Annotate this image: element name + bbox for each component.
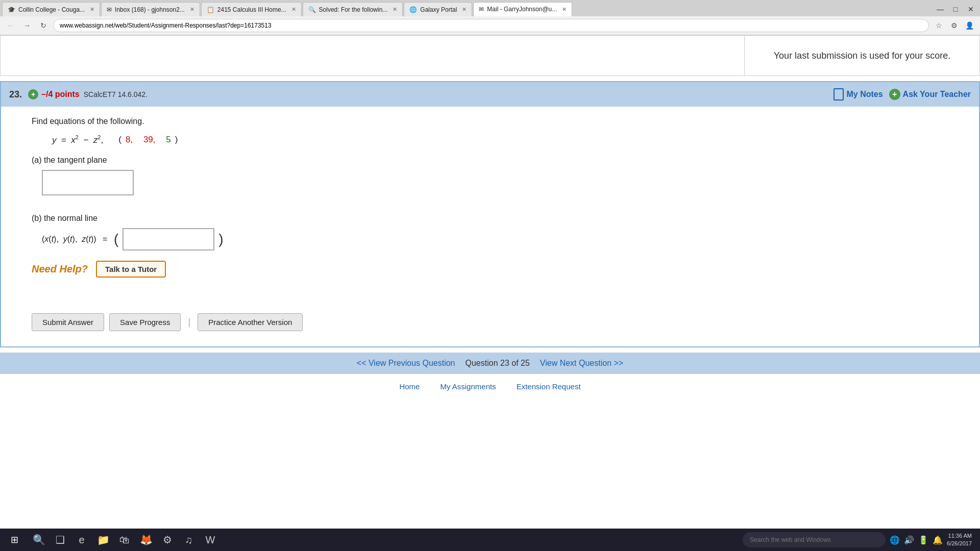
tangent-plane-input[interactable] [42,170,134,195]
part-a-label: (a) the tangent plane [32,156,948,165]
browser-chrome: 🎓 Collin College - Couga... ✕ ✉ Inbox (1… [0,0,980,35]
tab-label-inbox: Inbox (168) - gjohnson2... [115,6,185,13]
normal-line-row: (x(t), y(t), z(t)) = ( ) [42,228,948,251]
address-input[interactable] [53,19,929,32]
tab-label-collin: Collin College - Couga... [18,6,85,13]
tab-label-galaxy: Galaxy Portal [420,6,457,13]
tab-favicon-solved: 🔍 [308,6,316,13]
taskbar-music-icon[interactable]: ♫ [179,530,199,550]
question-intro-text: Find equations of the following. [32,117,948,126]
address-bar-row: ← → ↻ ☆ ⚙ 👤 [0,16,980,35]
score-banner-right: Your last submission is used for your sc… [745,36,979,76]
taskbar-search-icon[interactable]: 🔍 [29,530,49,550]
close-button[interactable]: ✕ [964,2,978,16]
taskbar-task-view[interactable]: ❑ [50,530,70,550]
taskbar-right: 🌐 🔊 🔋 🔔 11:36 AM 6/26/2017 [743,532,976,548]
source-label: SCalcET7 14.6.042. [84,90,148,98]
tab-galaxy[interactable]: 🌐 Galaxy Portal ✕ [404,2,472,16]
maximize-button[interactable]: □ [948,2,963,16]
talk-tutor-button[interactable]: Talk to a Tutor [96,261,166,278]
tab-solved[interactable]: 🔍 Solved: For the followin... ✕ [303,2,403,16]
header-actions: My Notes + Ask Your Teacher [834,88,971,101]
ask-teacher-button[interactable]: + Ask Your Teacher [889,89,971,100]
add-points-icon[interactable]: + [28,89,38,99]
notification-icon[interactable]: 🔔 [933,535,943,545]
extensions-button[interactable]: ⚙ [947,19,961,32]
tab-close-mail[interactable]: ✕ [562,6,567,13]
tab-collin[interactable]: 🎓 Collin College - Couga... ✕ [2,2,100,16]
taskbar-word-icon[interactable]: W [200,530,220,550]
clock-date: 6/26/2017 [947,540,972,547]
equation-y: y [52,135,57,145]
navigation-bar: << View Previous Question Question 23 of… [0,353,980,374]
my-notes-button[interactable]: My Notes [834,88,883,101]
tab-mail[interactable]: ✉ Mail - GarryJohnson@u... ✕ [473,2,572,16]
score-text: Your last submission is used for your sc… [774,51,951,61]
my-notes-label: My Notes [846,90,883,99]
tab-close-galaxy[interactable]: ✕ [462,6,467,13]
score-banner: Your last submission is used for your sc… [0,35,980,76]
back-button[interactable]: ← [4,19,17,32]
taskbar-icons: 🔍 ❑ e 📁 🛍 🦊 ⚙ ♫ W [29,530,220,550]
normal-line-input[interactable] [122,228,214,251]
tab-favicon-collin: 🎓 [8,6,15,13]
home-link[interactable]: Home [399,382,420,391]
taskbar-firefox-icon[interactable]: 🦊 [136,530,156,550]
equation-z2: z [93,135,98,145]
tab-close-solved[interactable]: ✕ [393,6,397,13]
need-help-text: Need Help? [32,263,88,275]
taskbar-edge-icon[interactable]: e [71,530,92,550]
point-z: 5 [166,135,170,145]
user-button[interactable]: 👤 [963,19,976,32]
save-progress-button[interactable]: Save Progress [109,313,181,331]
battery-icon: 🔋 [918,535,928,545]
taskbar-folder-icon[interactable]: 📁 [93,530,113,550]
tab-bar: 🎓 Collin College - Couga... ✕ ✉ Inbox (1… [0,0,980,16]
action-buttons-row: Submit Answer Save Progress | Practice A… [1,303,979,346]
tab-favicon-mail: ✉ [479,6,484,13]
refresh-button[interactable]: ↻ [37,19,50,32]
bookmark-button[interactable]: ☆ [932,19,945,32]
tab-calculus[interactable]: 📋 2415 Calculus III Home... ✕ [201,2,302,16]
submit-answer-button[interactable]: Submit Answer [32,313,104,331]
my-assignments-link[interactable]: My Assignments [440,382,496,391]
forward-button[interactable]: → [20,19,34,32]
point-close-paren: ) [175,135,178,145]
start-button[interactable]: ⊞ [4,530,24,550]
tab-label-mail: Mail - GarryJohnson@u... [487,6,557,13]
minimize-button[interactable]: — [933,2,947,16]
plus-circle-icon: + [889,89,900,100]
close-paren: ) [218,231,223,247]
points-label: –/4 points [41,90,80,99]
equation-text: y = x2 − z2, [52,134,103,145]
tab-favicon-galaxy: 🌐 [409,6,417,13]
taskbar-search-input[interactable] [743,532,886,547]
tab-label-calculus: 2415 Calculus III Home... [217,6,286,13]
footer-links: Home My Assignments Extension Request [0,374,980,399]
point-open-paren: ( [118,135,121,145]
question-header: 23. + –/4 points SCalcET7 14.6.042. My N… [1,82,979,107]
next-question-link[interactable]: View Next Question >> [540,359,623,368]
tab-close-calculus[interactable]: ✕ [291,6,296,13]
need-help-row: Need Help? Talk to a Tutor [32,261,948,278]
point-y: 39, [143,135,156,145]
taskbar-chrome-icon[interactable]: ⚙ [157,530,178,550]
practice-another-button[interactable]: Practice Another Version [198,313,303,331]
equation-x2: x [71,135,76,145]
taskbar-store-icon[interactable]: 🛍 [114,530,135,550]
prev-question-link[interactable]: << View Previous Question [357,359,455,368]
tab-inbox[interactable]: ✉ Inbox (168) - gjohnson2... ✕ [101,2,200,16]
button-separator: | [188,317,190,328]
tab-close-inbox[interactable]: ✕ [190,6,194,13]
clock-time: 11:36 AM [948,532,972,540]
taskbar: ⊞ 🔍 ❑ e 📁 🛍 🦊 ⚙ ♫ W 🌐 🔊 🔋 🔔 11:36 AM 6/2… [0,529,980,551]
math-equation-line: y = x2 − z2, ( 8, 39, 5 ) [52,134,948,145]
tab-favicon-inbox: ✉ [107,6,112,13]
ask-teacher-label: Ask Your Teacher [903,90,971,99]
browser-actions: ☆ ⚙ 👤 [932,19,976,32]
part-b-label: (b) the normal line [32,214,948,223]
notes-icon [834,88,844,101]
extension-request-link[interactable]: Extension Request [517,382,581,391]
normal-line-expr: (x(t), y(t), z(t)) [42,235,96,244]
tab-close-collin[interactable]: ✕ [90,6,94,13]
